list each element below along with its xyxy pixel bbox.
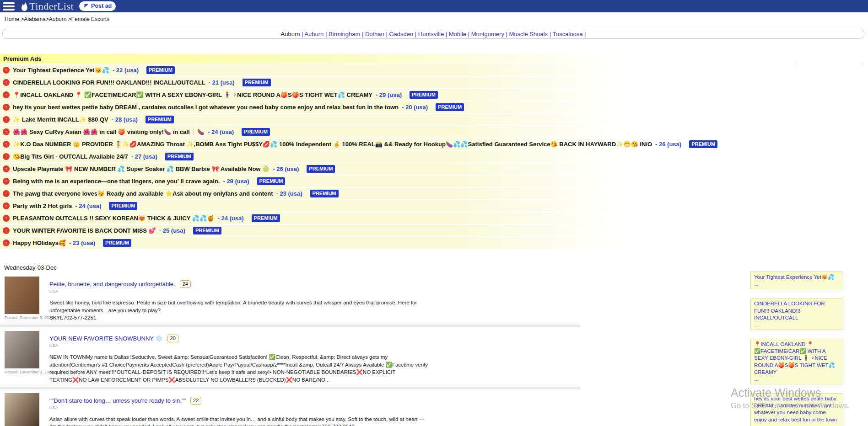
city-link[interactable]: Gadsden	[389, 31, 413, 37]
premium-ad-title[interactable]: Being with me is an experience—one that …	[13, 178, 220, 185]
premium-ad-age: - 24 (usa)	[217, 215, 243, 222]
sidebar-more-ellipsis: ...	[754, 376, 839, 383]
listing-card: Posted: December 3, 2025 YOUR NEW FAVORI…	[0, 329, 580, 385]
sidebar-premium-title[interactable]: 📍INCALL OAKLAND 📍 ✅FACETIME/CAR✅ WITH A …	[754, 341, 839, 376]
sidebar-more-ellipsis: ...	[754, 321, 839, 328]
breadcrumb[interactable]: Home >Alabama>Auburn >Female Escorts	[5, 16, 109, 22]
premium-ad-age: - 29 (usa)	[376, 91, 402, 98]
listing-card: Posted: December 3, 2025 ""Don't stare t…	[0, 391, 580, 426]
listing-description: NEW IN TOWNMy name is Dallas !Seductive,…	[49, 353, 429, 384]
city-separator: |	[360, 31, 365, 37]
bump-up-icon: ↑	[3, 91, 10, 98]
premium-ad-row[interactable]: ↑ Your Tightest Experience Yet😼💦 - 22 (u…	[0, 64, 868, 76]
sidebar-premium-box[interactable]: 📍INCALL OAKLAND 📍 ✅FACETIME/CAR✅ WITH A …	[750, 339, 842, 384]
listing-thumbnail[interactable]	[5, 277, 39, 314]
premium-ad-row[interactable]: ↑ YOUR WINTER FAVORITE IS BACK DONT MISS…	[0, 225, 868, 236]
city-link[interactable]: Birmingham	[329, 31, 360, 37]
premium-ad-title[interactable]: ✨K.O Daa NUMBER 👑 PROVIDER 🧍✨💋AMAZING Th…	[13, 141, 652, 148]
bump-up-icon: ↑	[3, 227, 10, 234]
premium-ad-title[interactable]: PLEASANTON OUTCALLS !! SEXY KOREAN😻 THIC…	[13, 215, 214, 222]
premium-ad-title[interactable]: Happy HOlidays🥰	[13, 240, 66, 246]
premium-ad-row[interactable]: ↑ PLEASANTON OUTCALLS !! SEXY KOREAN😻 TH…	[0, 213, 868, 224]
premium-ad-title[interactable]: Upscale Playmate 🎀 NEW NUMBER 💦 Super So…	[13, 165, 270, 172]
premium-ad-age: - 24 (usa)	[208, 128, 234, 135]
premium-ad-row[interactable]: ↑ 😘Big Tits Girl - OUTCALL Available 24/…	[0, 151, 868, 162]
premium-badge: PREMIUM	[689, 140, 717, 148]
bump-up-icon: ↑	[3, 178, 10, 185]
premium-ad-title[interactable]: 😘Big Tits Girl - OUTCALL Available 24/7	[13, 153, 128, 160]
city-link[interactable]: Muscle Shoals	[509, 31, 548, 37]
listing-age-badge: 24	[180, 280, 191, 288]
premium-badge: PREMIUM	[243, 79, 271, 86]
premium-badge: PREMIUM	[165, 153, 194, 160]
listings-column: Wednesday-03-Dec Posted: December 3, 202…	[0, 261, 580, 426]
premium-ad-age: - 21 (usa)	[209, 79, 235, 86]
premium-ad-row[interactable]: ↑ ✨ Lake Merritt INCALL✨ $80 QV - 28 (us…	[0, 114, 868, 125]
city-link[interactable]: Huntsville	[418, 31, 444, 37]
card-divider	[0, 387, 580, 389]
city-link[interactable]: Auburn	[304, 31, 323, 37]
bump-up-icon: ↑	[3, 141, 10, 148]
post-ad-button[interactable]: Post ad	[79, 1, 116, 11]
premium-ad-title[interactable]: The pawg that everyone loves😼 Ready and …	[13, 190, 273, 197]
listing-title-link[interactable]: ""Don't stare too long… unless you're re…	[49, 397, 186, 404]
paper-plane-icon	[83, 2, 89, 10]
listing-location: USA	[49, 405, 429, 410]
premium-ad-title[interactable]: 📍INCALL OAKLAND 📍 ✅FACETIME/CAR✅ WITH A …	[13, 91, 372, 98]
bump-up-icon: ↑	[3, 153, 10, 160]
cards-list: Posted: December 3, 2025 Petite, brunett…	[0, 275, 580, 426]
listing-card-body: Petite, brunette, and dangerously unforg…	[49, 277, 429, 322]
premium-ad-row[interactable]: ↑ hey its your best wettes petite baby D…	[0, 101, 868, 113]
sidebar-premium-title[interactable]: Your Tightest Experience Yet😼💦	[754, 274, 839, 281]
sidebar-premium-box[interactable]: hey its your best wettes petite baby DRE…	[750, 393, 842, 426]
listing-thumbnail[interactable]	[5, 331, 39, 368]
premium-ad-row[interactable]: ↑ ✨K.O Daa NUMBER 👑 PROVIDER 🧍✨💋AMAZING …	[0, 138, 868, 150]
premium-ad-title[interactable]: hey its your best wettes petite baby DRE…	[13, 104, 399, 111]
premium-ad-row[interactable]: ↑ 🌺🌺 Sexy CuRvy Asian 🌺🌺 in call 🍑 visit…	[0, 126, 868, 138]
premium-ad-row[interactable]: ↑ Being with me is an experience—one tha…	[0, 176, 868, 187]
premium-badge: PREMIUM	[146, 66, 175, 74]
hamburger-menu-icon[interactable]	[3, 2, 15, 11]
bump-up-icon: ↑	[3, 190, 10, 197]
premium-ad-age: - 25 (usa)	[159, 227, 185, 234]
sidebar-premium-title[interactable]: hey its your best wettes petite baby DRE…	[754, 395, 839, 423]
listing-title-link[interactable]: Petite, brunette, and dangerously unforg…	[49, 281, 175, 288]
premium-ad-row[interactable]: ↑ CINDERELLA LOOKING FOR FUN!!! OAKLAND!…	[0, 77, 868, 88]
sidebar-premium-box[interactable]: CINDERELLA LOOKING FOR FUN!!! OAKLAND!!!…	[750, 298, 842, 330]
premium-ad-title[interactable]: ✨ Lake Merritt INCALL✨ $80 QV	[13, 116, 108, 123]
sidebar-premium-box[interactable]: Your Tightest Experience Yet😼💦 ...	[750, 272, 842, 289]
premium-ad-title[interactable]: YOUR WINTER FAVORITE IS BACK DONT MISS 💕	[13, 227, 156, 234]
listing-card-left: Posted: December 3, 2025	[5, 331, 41, 384]
premium-ad-row[interactable]: ↑ Party with 2 Hot girls - 24 (usa) PREM…	[0, 200, 868, 212]
bump-up-icon: ↑	[3, 240, 10, 246]
city-link[interactable]: Tuscaloosa	[552, 31, 582, 37]
site-logo[interactable]: TinderList	[20, 0, 74, 12]
premium-ad-row[interactable]: ↑ Happy HOlidays🥰 - 23 (usa) PREMIUM	[0, 237, 868, 249]
premium-badge: PREMIUM	[436, 103, 464, 111]
premium-ad-title[interactable]: Party with 2 Hot girls	[13, 202, 72, 209]
sidebar-premium-title[interactable]: CINDERELLA LOOKING FOR FUN!!! OAKLAND!!!…	[754, 300, 839, 321]
premium-ad-age: - 26 (usa)	[655, 141, 681, 148]
listing-title-link[interactable]: YOUR NEW FAVORITE SNOWBUNNY ❄️	[49, 335, 163, 342]
city-current[interactable]: Auburn	[281, 31, 300, 37]
premium-badge: PREMIUM	[307, 165, 335, 173]
city-link[interactable]: Mobile	[449, 31, 466, 37]
premium-ad-age: - 20 (usa)	[402, 104, 428, 111]
premium-ad-title[interactable]: CINDERELLA LOOKING FOR FUN!!! OAKLAND!!!…	[13, 79, 205, 86]
premium-ad-title[interactable]: Your Tightest Experience Yet😼💦	[13, 67, 109, 74]
premium-ad-row[interactable]: ↑ 📍INCALL OAKLAND 📍 ✅FACETIME/CAR✅ WITH …	[0, 89, 868, 101]
bump-up-icon: ↑	[3, 128, 10, 135]
bump-up-icon: ↑	[3, 104, 10, 111]
bump-up-icon: ↑	[3, 116, 10, 123]
premium-ad-row[interactable]: ↑ The pawg that everyone loves😼 Ready an…	[0, 188, 868, 199]
premium-ad-title[interactable]: 🌺🌺 Sexy CuRvy Asian 🌺🌺 in call 🍑 visitin…	[13, 128, 205, 135]
premium-ad-row[interactable]: ↑ Upscale Playmate 🎀 NEW NUMBER 💦 Super …	[0, 163, 868, 175]
premium-ads-heading: Premium Ads	[0, 54, 868, 64]
premium-badge: PREMIUM	[242, 128, 270, 136]
listing-location: USA	[49, 343, 429, 348]
city-separator: |	[444, 31, 449, 37]
city-separator: |	[504, 31, 509, 37]
city-link[interactable]: Dothan	[365, 31, 384, 37]
city-link[interactable]: Montgomery	[471, 31, 504, 37]
listing-thumbnail[interactable]	[5, 393, 39, 426]
